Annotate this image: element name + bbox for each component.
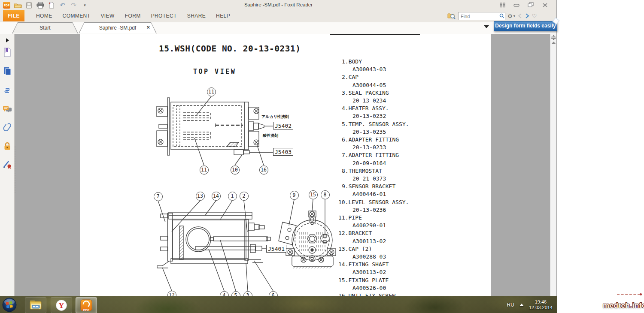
show-hidden-icons[interactable] [519, 304, 524, 306]
search-folder-icon[interactable] [447, 12, 456, 19]
bookmarks-panel-button[interactable] [3, 48, 12, 57]
system-tray: RU 19:46 12.03.2014 [507, 296, 553, 313]
start-button[interactable] [2, 297, 17, 313]
create-pdf-button[interactable]: * [47, 1, 55, 9]
navigation-sidebar [0, 34, 15, 296]
gear-icon: ⚙ [507, 13, 513, 19]
find-input[interactable] [458, 12, 505, 20]
floppy-icon [26, 2, 32, 9]
ribbon-tab-help[interactable]: HELP [211, 13, 235, 19]
chevron-down-icon: ▾ [513, 14, 515, 18]
printer-icon [36, 2, 44, 9]
tab-start[interactable]: Start [12, 22, 78, 33]
foxit-app-icon: PDF [3, 1, 11, 9]
signature-panel-button[interactable] [3, 160, 12, 169]
file-explorer-icon [29, 300, 42, 311]
collapse-panel-button[interactable] [3, 36, 12, 45]
new-document-icon: * [48, 2, 55, 9]
ribbon-tab-view[interactable]: VIEW [95, 13, 119, 19]
bookmark-icon [3, 48, 12, 57]
layers-panel-button[interactable] [3, 85, 12, 95]
acid-detergent-label: 酸性洗剤 [263, 133, 278, 138]
paperclip-icon [3, 123, 12, 132]
open-file-button[interactable] [14, 1, 22, 9]
undo-button[interactable]: ↶ [58, 1, 67, 9]
page-title: 15.WSH(CODE NO. 20-13-0231) [159, 44, 301, 54]
clock-date: 12.03.2014 [529, 305, 553, 310]
yandex-browser-icon: Y [55, 299, 67, 311]
tab-close-icon[interactable]: × [146, 24, 150, 30]
form-tooltip: Design form fields easily [494, 21, 557, 31]
previous-view-button[interactable] [517, 13, 522, 19]
customize-toolbar-button[interactable]: ▾ [81, 1, 89, 9]
expand-arrow-icon [5, 38, 9, 43]
assembly-drawing-figure [80, 34, 491, 296]
comments-panel-button[interactable] [3, 105, 12, 114]
clock-time: 19:46 [529, 299, 553, 305]
ribbon-tab-protect[interactable]: PROTECT [146, 13, 182, 19]
find-field [458, 12, 505, 20]
search-icon[interactable] [499, 13, 504, 18]
svg-text:*: * [49, 2, 51, 6]
pdf-logo-icon: PDF [3, 2, 10, 9]
alkaline-detergent-label: アルカリ性洗剤 [261, 114, 289, 120]
next-view-button[interactable] [525, 13, 530, 19]
taskbar: Y PDF RU 19:46 12.03.2014 [0, 296, 557, 313]
vertical-scrollbar[interactable] [550, 34, 557, 296]
quick-access-toolbar: PDF * ↶ ↷ ▾ [3, 1, 89, 9]
favorite-heart-icon[interactable]: ♡ [532, 13, 537, 19]
screen: PDF * ↶ ↷ ▾ Saphire -SM.pdf - Foxit Read… [0, 0, 644, 313]
ribbon-tabs: HOME COMMENT VIEW FORM PROTECT SHARE HEL… [31, 10, 235, 21]
find-options[interactable]: ⚙ ▾ [507, 13, 515, 19]
tab-saphire-sm-pdf[interactable]: Saphire -SM.pdf × [79, 22, 157, 33]
print-button[interactable] [36, 1, 44, 9]
panel-splitter[interactable] [15, 146, 15, 193]
scroll-up-icon[interactable] [551, 42, 556, 45]
split-view-handle[interactable] [551, 35, 556, 40]
top-view-label: TOP VIEW [193, 68, 236, 75]
windows-start-icon [2, 297, 17, 313]
ribbon-bar: FILE HOME COMMENT VIEW FORM PROTECT SHAR… [0, 10, 557, 22]
language-indicator[interactable]: RU [507, 302, 514, 308]
window-controls [499, 2, 548, 8]
close-button[interactable] [541, 2, 548, 8]
pages-panel-button[interactable] [3, 66, 12, 76]
lock-icon [3, 141, 12, 151]
watermark: medteh.info [603, 301, 644, 310]
foxit-pdf-label: PDF [76, 309, 97, 312]
redo-button[interactable]: ↷ [70, 1, 78, 9]
ribbon-tab-form[interactable]: FORM [120, 13, 146, 19]
security-panel-button[interactable] [3, 141, 12, 151]
ribbon-tab-comment[interactable]: COMMENT [58, 13, 96, 19]
layers-icon [3, 86, 12, 94]
svg-text:Y: Y [59, 301, 64, 310]
comments-icon [3, 105, 12, 114]
minimize-button[interactable] [513, 2, 520, 8]
red-dot [640, 293, 642, 295]
find-group: ⚙ ▾ ♡ [447, 12, 537, 20]
ribbon-tab-file[interactable]: FILE [3, 10, 24, 21]
tab-start-label: Start [12, 25, 78, 31]
window-edge [556, 0, 557, 296]
red-dashed-line [617, 294, 640, 295]
tab-saphire-label: Saphire -SM.pdf [79, 25, 157, 31]
layout-grid-icon[interactable] [499, 2, 506, 8]
restore-button[interactable] [527, 2, 534, 8]
signature-pen-icon [3, 160, 12, 169]
tab-list-dropdown-icon[interactable] [484, 25, 489, 28]
taskbar-explorer-button[interactable] [25, 297, 46, 313]
taskbar-clock[interactable]: 19:46 12.03.2014 [529, 299, 553, 310]
document-tab-bar: Start Saphire -SM.pdf × [0, 22, 557, 34]
pages-icon [3, 66, 12, 76]
attachments-panel-button[interactable] [3, 123, 12, 132]
ribbon-tab-share[interactable]: SHARE [182, 13, 211, 19]
taskbar-foxit-button[interactable]: PDF [76, 297, 97, 313]
taskbar-yandex-button[interactable]: Y [51, 297, 72, 313]
save-button[interactable] [25, 1, 33, 9]
ribbon-tab-home[interactable]: HOME [31, 13, 58, 19]
open-folder-icon [14, 2, 22, 9]
